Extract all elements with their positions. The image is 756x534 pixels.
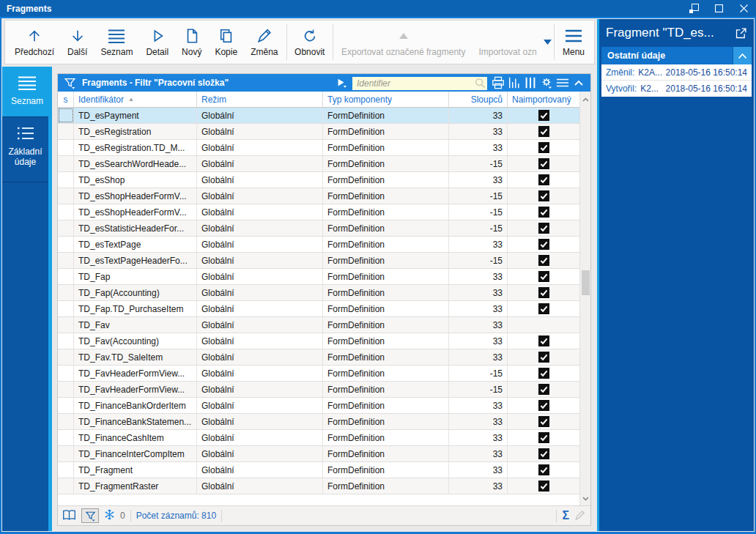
imported-checkbox[interactable]	[538, 142, 549, 153]
table-row[interactable]: TD_esRegistration.TD_M... Globální FormD…	[58, 140, 581, 156]
column-header-imported[interactable]: Naimportovaný	[508, 92, 581, 107]
column-header-columns[interactable]: Sloupců	[449, 92, 508, 107]
row-selector-cell[interactable]	[58, 382, 74, 397]
table-row[interactable]: TD_FinanceBankStatemen... Globální FormD…	[58, 414, 581, 430]
row-selector-cell[interactable]	[58, 269, 74, 284]
table-row[interactable]: TD_Fap(Accounting) Globální FormDefiniti…	[58, 285, 581, 301]
row-selector-cell[interactable]	[58, 285, 74, 300]
filter-funnel-icon[interactable]	[62, 75, 78, 91]
column-header-mode[interactable]: Režim	[197, 92, 323, 107]
row-selector-cell[interactable]	[58, 172, 74, 188]
column-header-selector[interactable]: s	[58, 92, 74, 107]
play-dropdown-icon[interactable]	[333, 75, 349, 91]
imported-checkbox[interactable]	[538, 255, 549, 266]
settings-gear-icon[interactable]	[538, 75, 555, 91]
imported-checkbox[interactable]	[538, 481, 549, 492]
table-row[interactable]: TD_FinanceBankOrderItem Globální FormDef…	[58, 398, 581, 414]
row-selector-cell[interactable]	[58, 462, 74, 478]
next-button[interactable]: Další	[61, 22, 94, 62]
imported-checkbox[interactable]	[538, 400, 549, 411]
imported-checkbox[interactable]	[538, 464, 549, 475]
row-selector-cell[interactable]	[58, 237, 74, 252]
scrollbar-thumb[interactable]	[582, 270, 590, 295]
other-data-section-header[interactable]: Ostatní údaje	[601, 47, 752, 64]
row-selector-cell[interactable]	[58, 301, 74, 316]
detail-button[interactable]: Detail	[139, 22, 175, 62]
sidebar-tab-zakladni-udaje[interactable]: Základní údaje	[2, 116, 48, 182]
row-selector-cell[interactable]	[58, 317, 74, 333]
imported-checkbox[interactable]	[538, 174, 549, 185]
imported-checkbox[interactable]	[538, 271, 549, 282]
column-header-identifier[interactable]: Identifikátor ▲	[74, 92, 197, 107]
open-external-icon[interactable]	[735, 27, 747, 40]
import-selected-button[interactable]: Importovat ozn	[472, 22, 543, 62]
table-row[interactable]: TD_esRegistration Globální FormDefinitio…	[58, 124, 581, 140]
filter-toggle-button[interactable]	[81, 508, 99, 523]
table-row[interactable]: TD_Fav(Accounting) Globální FormDefiniti…	[58, 333, 581, 349]
chart-icon[interactable]	[506, 75, 522, 91]
sidebar-tab-seznam[interactable]: Seznam	[2, 67, 52, 116]
imported-checkbox[interactable]	[538, 448, 549, 459]
table-menu-icon[interactable]	[555, 75, 571, 91]
table-row[interactable]: TD_Fap.TD_PurchaseItem Globální FormDefi…	[58, 301, 581, 317]
table-row[interactable]: TD_Fav.TD_SaleItem Globální FormDefiniti…	[58, 349, 581, 366]
refresh-button[interactable]: Obnovit	[288, 22, 331, 62]
imported-checkbox[interactable]	[538, 287, 549, 298]
columns-icon[interactable]	[522, 75, 538, 91]
row-selector-cell[interactable]	[58, 220, 74, 236]
imported-checkbox[interactable]	[538, 368, 549, 379]
previous-button[interactable]: Předchozí	[8, 22, 61, 62]
row-selector-cell[interactable]	[58, 333, 74, 349]
restore-window-button[interactable]	[681, 0, 706, 17]
table-row[interactable]: TD_Fragment Globální FormDefinition 33	[58, 462, 581, 478]
table-row[interactable]: TD_FavHeaderFormView... Globální FormDef…	[58, 366, 581, 382]
scroll-down-icon[interactable]	[580, 492, 591, 506]
sum-sigma-icon[interactable]: Σ	[562, 510, 569, 522]
collapse-panel-icon[interactable]	[571, 75, 587, 91]
table-row[interactable]: TD_esShopHeaderFormV... Globální FormDef…	[58, 188, 581, 204]
imported-checkbox[interactable]	[538, 384, 549, 395]
table-row[interactable]: TD_esShopHeaderFormV... Globální FormDef…	[58, 204, 581, 220]
row-selector-cell[interactable]	[58, 446, 74, 461]
export-selected-button[interactable]: Exportovat označené fragmenty	[335, 22, 472, 62]
row-selector-cell[interactable]	[58, 430, 74, 445]
edit-button[interactable]: Změna	[244, 22, 284, 62]
table-row[interactable]: TD_Fav Globální FormDefinition 33	[58, 317, 581, 333]
imported-checkbox[interactable]	[538, 303, 549, 314]
table-row[interactable]: TD_Fap Globální FormDefinition 33	[58, 269, 581, 285]
imported-checkbox[interactable]	[538, 432, 549, 443]
imported-checkbox[interactable]	[538, 352, 549, 363]
table-row[interactable]: TD_FavHeaderFormView... Globální FormDef…	[58, 382, 581, 398]
table-row[interactable]: TD_esStatisticHeaderFor... Globální Form…	[58, 220, 581, 237]
imported-checkbox[interactable]	[538, 335, 549, 346]
imported-checkbox[interactable]	[538, 207, 549, 218]
imported-checkbox[interactable]	[538, 126, 549, 137]
row-selector-cell[interactable]	[58, 188, 74, 204]
copy-button[interactable]: Kopie	[208, 22, 244, 62]
vertical-scrollbar[interactable]	[579, 92, 590, 506]
row-selector-cell[interactable]	[58, 414, 74, 429]
scroll-up-icon[interactable]	[580, 92, 591, 107]
menu-button[interactable]: Menu	[556, 22, 591, 62]
imported-checkbox[interactable]	[538, 158, 549, 169]
new-button[interactable]: Nový	[175, 22, 208, 62]
row-selector-cell[interactable]	[58, 140, 74, 155]
freeze-snowflake-icon[interactable]	[104, 509, 115, 522]
row-selector-cell[interactable]	[58, 366, 74, 381]
row-selector-cell[interactable]	[58, 253, 74, 268]
imported-checkbox[interactable]	[538, 223, 549, 234]
book-view-icon[interactable]	[62, 509, 76, 523]
imported-checkbox[interactable]	[538, 190, 549, 201]
toolbar-overflow-dropdown[interactable]	[544, 22, 552, 62]
table-row[interactable]: TD_esTextPageHeaderFo... Globální FormDe…	[58, 253, 581, 269]
table-row[interactable]: TD_esTextPage Globální FormDefinition 33	[58, 237, 581, 253]
table-row[interactable]: TD_FragmentRaster Globální FormDefinitio…	[58, 478, 581, 494]
table-row[interactable]: TD_FinanceInterCompItem Globální FormDef…	[58, 446, 581, 462]
section-collapse-icon[interactable]	[733, 47, 752, 64]
list-view-button[interactable]: Seznam	[94, 22, 139, 62]
table-row[interactable]: TD_esShop Globální FormDefinition 33	[58, 172, 581, 188]
row-selector-cell[interactable]	[58, 156, 74, 171]
table-row[interactable]: TD_esSearchWordHeade... Globální FormDef…	[58, 156, 581, 172]
close-window-button[interactable]	[731, 0, 756, 17]
imported-checkbox[interactable]	[538, 239, 549, 250]
